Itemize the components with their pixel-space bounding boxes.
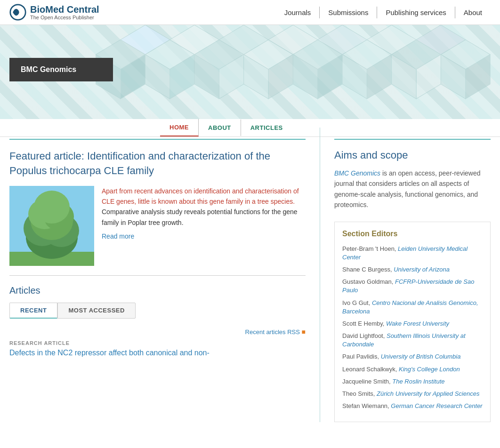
editor-inst-10[interactable]: German Cancer Research Center (391, 402, 482, 409)
nav-journals[interactable]: Journals (276, 7, 320, 18)
rss-row: Recent articles RSS ■ (9, 328, 306, 336)
logo-area: BioMed Central The Open Access Publisher (9, 4, 99, 21)
editor-row-4: Scott E Hemby, Wake Forest University (342, 320, 483, 328)
featured-text: Apart from recent advances on identifica… (102, 186, 306, 266)
top-navigation: BioMed Central The Open Access Publisher… (0, 0, 500, 25)
editor-inst-8[interactable]: The Roslin Institute (392, 378, 444, 385)
tab-recent[interactable]: RECENT (9, 303, 57, 319)
nav-about[interactable]: About (455, 7, 491, 18)
editor-row-9: Theo Smits, Zürich University for Applie… (342, 390, 483, 398)
hero-geo-svg (56, 25, 500, 119)
editor-name-7: Leonard Schalkwyk, (342, 366, 397, 373)
logo-subtitle: The Open Access Publisher (30, 15, 99, 20)
editor-inst-1[interactable]: University of Arizona (394, 266, 450, 273)
featured-article-title: Featured article: Identification and cha… (9, 149, 306, 178)
featured-intro: Apart from recent advances on identifica… (102, 187, 299, 205)
article-list: RESEARCH ARTICLE Defects in the NC2 repr… (9, 340, 306, 358)
editor-row-5: David Lightfoot, Southern Illinois Unive… (342, 332, 483, 349)
editor-row-10: Stefan Wiemann, German Cancer Research C… (342, 402, 483, 410)
articles-title: Articles (9, 285, 306, 296)
editor-name-10: Stefan Wiemann, (342, 402, 389, 409)
featured-cont: Comparative analysis study reveals poten… (102, 208, 298, 226)
journal-title-box: BMC Genomics (9, 58, 113, 81)
editors-list: Peter-Bram 't Hoen, Leiden University Me… (342, 245, 483, 411)
rss-label: Recent articles RSS (245, 328, 300, 336)
editor-row-8: Jacqueline Smith, The Roslin Institute (342, 377, 483, 386)
editor-name-8: Jacqueline Smith, (342, 378, 391, 385)
nav-links: Journals Submissions Publishing services… (276, 7, 491, 18)
article-title-link[interactable]: Defects in the NC2 repressor affect both… (9, 349, 210, 357)
article-tabs: RECENT MOST ACCESSED (9, 303, 306, 319)
editor-name-6: Paul Pavlidis, (342, 353, 379, 360)
editor-row-6: Paul Pavlidis, University of British Col… (342, 352, 483, 361)
aims-description: BMC Genomics is an open access, peer-rev… (334, 168, 491, 210)
editor-inst-4[interactable]: Wake Forest University (386, 320, 449, 327)
editor-name-0: Peter-Bram 't Hoen, (342, 245, 396, 252)
read-more-link[interactable]: Read more (102, 232, 306, 240)
editor-row-1: Shane C Burgess, University of Arizona (342, 265, 483, 274)
editor-name-9: Theo Smits, (342, 390, 375, 397)
editor-name-5: David Lightfoot, (342, 332, 385, 339)
section-divider (9, 139, 306, 140)
featured-image (9, 186, 94, 266)
aims-journal-name: BMC Genomics (334, 169, 380, 177)
editor-inst-7[interactable]: King's College London (399, 366, 460, 373)
rss-link[interactable]: Recent articles RSS ■ (245, 328, 306, 336)
article-type: RESEARCH ARTICLE (9, 340, 306, 346)
svg-point-42 (34, 191, 70, 224)
main-content: Featured article: Identification and cha… (0, 128, 500, 422)
nav-publishing-services[interactable]: Publishing services (377, 7, 455, 18)
logo-title: BioMed Central (30, 4, 99, 15)
editor-name-4: Scott E Hemby, (342, 320, 384, 327)
right-divider (334, 139, 491, 140)
editor-row-2: Gustavo Goldman, FCFRP-Universidade de S… (342, 278, 483, 295)
rss-icon: ■ (302, 328, 306, 336)
logo-icon (9, 4, 26, 21)
nav-submissions[interactable]: Submissions (320, 7, 377, 18)
articles-section: Articles RECENT MOST ACCESSED Recent art… (9, 275, 306, 358)
editor-inst-6[interactable]: University of British Columbia (381, 353, 461, 360)
right-column: Aims and scope BMC Genomics is an open a… (320, 128, 491, 422)
featured-body: Apart from recent advances on identifica… (9, 186, 306, 266)
editor-name-1: Shane C Burgess, (342, 266, 392, 273)
tab-most-accessed[interactable]: MOST ACCESSED (57, 303, 135, 319)
section-editors-title: Section Editors (342, 230, 483, 238)
editor-name-3: Ivo G Gut, (342, 299, 370, 306)
aims-title: Aims and scope (334, 149, 491, 161)
hero-banner: BMC Genomics (0, 25, 500, 119)
editor-row-7: Leonard Schalkwyk, King's College London (342, 365, 483, 374)
editor-row-3: Ivo G Gut, Centro Nacional de Analisis G… (342, 299, 483, 316)
editor-row-0: Peter-Bram 't Hoen, Leiden University Me… (342, 245, 483, 262)
section-editors-box: Section Editors Peter-Bram 't Hoen, Leid… (334, 222, 491, 423)
journal-name: BMC Genomics (21, 65, 76, 73)
editor-name-2: Gustavo Goldman, (342, 278, 393, 285)
editor-inst-9[interactable]: Zürich University for Applied Sciences (377, 390, 479, 397)
left-column: Featured article: Identification and cha… (9, 128, 320, 422)
logo-text: BioMed Central The Open Access Publisher (30, 4, 99, 20)
tree-image-svg (9, 186, 94, 266)
